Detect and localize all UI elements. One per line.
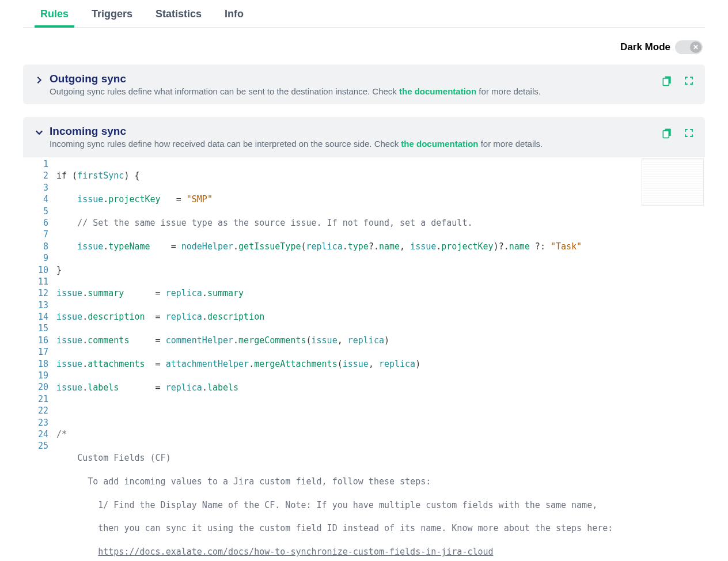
line-gutter: 1234567891011121314151617181920212223242… [23,157,56,561]
svg-rect-1 [663,78,669,86]
toggle-knob: ✕ [690,41,702,53]
outgoing-title: Outgoing sync [50,73,654,85]
expand-icon[interactable] [683,127,695,139]
expand-icon[interactable] [683,75,695,86]
incoming-sync-panel: Incoming sync Incoming sync rules define… [23,117,705,561]
tab-info[interactable]: Info [225,8,244,27]
chevron-down-icon[interactable] [33,127,45,138]
tabs-bar: Rules Triggers Statistics Info [23,0,705,28]
tab-rules[interactable]: Rules [40,8,69,27]
svg-rect-3 [663,131,669,138]
minimap[interactable] [642,158,704,206]
copy-icon[interactable] [661,127,673,139]
copy-icon[interactable] [661,75,673,86]
incoming-title: Incoming sync [50,125,654,138]
outgoing-doc-link[interactable]: the documentation [399,86,476,96]
tab-statistics[interactable]: Statistics [156,8,202,27]
dark-mode-label: Dark Mode [620,41,670,53]
chevron-right-icon[interactable] [33,74,45,86]
outgoing-subtitle: Outgoing sync rules define what informat… [50,86,654,96]
outgoing-sync-panel: Outgoing sync Outgoing sync rules define… [23,65,705,104]
code-body[interactable]: if (firstSync) { issue.projectKey = "SMP… [56,157,639,561]
close-icon: ✕ [693,43,699,51]
dark-mode-row: Dark Mode ✕ [23,28,705,65]
dark-mode-toggle[interactable]: ✕ [675,40,703,54]
tab-triggers[interactable]: Triggers [92,8,132,27]
code-editor[interactable]: 1234567891011121314151617181920212223242… [23,157,705,561]
incoming-subtitle: Incoming sync rules define how received … [50,139,654,149]
incoming-doc-link[interactable]: the documentation [401,139,478,149]
